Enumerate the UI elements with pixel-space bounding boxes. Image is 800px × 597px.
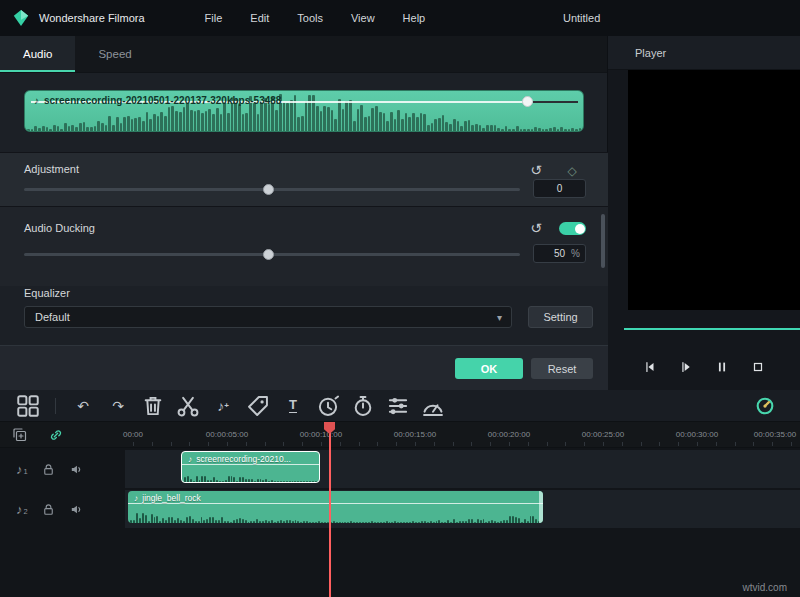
app-title: Wondershare Filmora: [39, 12, 145, 24]
ducking-toggle[interactable]: [559, 222, 586, 235]
ruler-label: 00:00:25:00: [582, 430, 624, 439]
render-preview-icon[interactable]: [752, 393, 778, 419]
adjustment-value-field[interactable]: 0: [533, 179, 586, 198]
ducking-value-field[interactable]: 50 %: [533, 244, 586, 263]
tag-icon[interactable]: [245, 393, 271, 419]
audio-track-icon: ♪2: [16, 502, 28, 517]
ruler-label: 00:00: [123, 430, 143, 439]
tab-audio[interactable]: Audio: [0, 36, 75, 72]
adjustment-section: Adjustment ↺ ◇ 0: [0, 152, 608, 206]
stop-button[interactable]: [751, 360, 765, 374]
delete-icon[interactable]: [140, 393, 166, 419]
video-preview: [628, 70, 800, 310]
ruler-label: 00:00:30:00: [676, 430, 718, 439]
ruler-label: 00:00:10:00: [300, 430, 342, 439]
audio-ducking-section: Audio Ducking ↺ 50 %: [0, 206, 608, 286]
track-header-2: ♪2: [0, 490, 125, 528]
toolbar-divider: [55, 398, 56, 414]
equalizer-setting-button[interactable]: Setting: [528, 306, 593, 328]
menu-file[interactable]: File: [205, 12, 223, 24]
audio-track-icon: ♪1: [16, 462, 28, 477]
adjustment-reset-icon[interactable]: ↺: [527, 161, 545, 179]
clock-arrow-icon[interactable]: [315, 393, 341, 419]
ruler-label: 00:00:15:00: [394, 430, 436, 439]
player-panel: Player: [608, 36, 800, 390]
clip-label-row: ♪ jingle_bell_rock: [134, 493, 201, 503]
reset-button[interactable]: Reset: [531, 358, 593, 379]
ducking-reset-icon[interactable]: ↺: [527, 219, 545, 237]
music-note-icon: ♪: [34, 95, 39, 106]
adjustment-value: 0: [557, 183, 563, 194]
player-controls: [608, 344, 800, 390]
audio-clip-title-row: ♪ screenrecording-20210501-220137-320kbp…: [34, 95, 281, 106]
play-button[interactable]: [679, 360, 693, 374]
menu-help[interactable]: Help: [403, 12, 426, 24]
ducking-slider-handle[interactable]: [263, 249, 274, 260]
ruler-ticks: [133, 442, 800, 446]
panel-scrollbar[interactable]: [601, 214, 605, 268]
audio-clip-preview: ♪ screenrecording-20210501-220137-320kbp…: [24, 90, 584, 132]
clip-waveform: [182, 469, 319, 483]
timeline-clip-jingle-bell-rock[interactable]: ♪ jingle_bell_rock: [128, 491, 543, 523]
equalizer-preset-dropdown[interactable]: Default ▾: [24, 306, 512, 328]
filmora-window: Wondershare Filmora File Edit Tools View…: [0, 0, 800, 597]
ducking-slider[interactable]: [24, 253, 520, 256]
timeline-ruler[interactable]: 00:00 00:00:05:00 00:00:10:00 00:00:15:0…: [0, 422, 800, 448]
timeline-toolbar: ↶ ↷ ♪+ T: [0, 390, 800, 422]
previous-frame-button[interactable]: [643, 360, 657, 374]
redo-icon[interactable]: ↷: [105, 393, 131, 419]
ruler-label: 00:00:05:00: [206, 430, 248, 439]
track-header-1: ♪1: [0, 450, 125, 488]
equalizer-setting-label: Setting: [543, 311, 577, 323]
undo-icon[interactable]: ↶: [70, 393, 96, 419]
link-icon[interactable]: [48, 427, 64, 443]
music-note-plus-icon[interactable]: ♪+: [210, 393, 236, 419]
volume-envelope-handle[interactable]: [522, 96, 533, 107]
equalizer-preset-value: Default: [35, 311, 70, 323]
speaker-icon[interactable]: [69, 462, 84, 477]
equalizer-section: Equalizer Default ▾ Setting: [0, 286, 608, 345]
panel-footer: OK Reset: [0, 345, 608, 390]
audio-meter-icon[interactable]: [420, 393, 446, 419]
adjustment-slider[interactable]: [24, 188, 520, 191]
volume-envelope-line-right: [533, 101, 578, 103]
ok-button[interactable]: OK: [455, 358, 523, 379]
clip-name: screenrecording-20210...: [196, 454, 291, 464]
menu-tools[interactable]: Tools: [297, 12, 323, 24]
filmora-logo-icon: [12, 9, 30, 27]
timeline-tracks-area: ♪1 ♪2 ♪ s: [0, 448, 800, 597]
pause-button[interactable]: [715, 360, 729, 374]
audio-edit-panel: Audio Speed ♪ screenrecording-20210501-2…: [0, 36, 608, 390]
adjust-sliders-icon[interactable]: [385, 393, 411, 419]
ducking-unit: %: [571, 248, 580, 259]
player-title: Player: [635, 47, 666, 59]
lock-icon[interactable]: [41, 462, 56, 477]
track-number: 1: [24, 467, 28, 476]
adjustment-slider-handle[interactable]: [263, 184, 274, 195]
timeline-clip-screenrecording[interactable]: ♪ screenrecording-20210...: [181, 451, 320, 483]
stopwatch-icon[interactable]: [350, 393, 376, 419]
split-scissors-icon[interactable]: [175, 393, 201, 419]
track-number: 2: [24, 507, 28, 516]
menu-bar: File Edit Tools View Help: [205, 12, 426, 24]
panel-tabbar: Audio Speed: [0, 36, 607, 73]
tab-speed[interactable]: Speed: [75, 36, 154, 72]
reset-button-label: Reset: [548, 363, 577, 375]
player-seekbar[interactable]: [624, 328, 800, 330]
player-header: Player: [608, 36, 800, 70]
audio-clip-title: screenrecording-20210501-220137-320kbps-…: [44, 95, 281, 106]
adjustment-keyframe-icon[interactable]: ◇: [563, 162, 581, 180]
lock-icon[interactable]: [41, 502, 56, 517]
ducking-value: 50: [554, 248, 565, 259]
media-grid-icon[interactable]: [15, 393, 41, 419]
speaker-icon[interactable]: [69, 502, 84, 517]
ducking-label: Audio Ducking: [24, 222, 95, 234]
text-tool-icon[interactable]: T: [280, 393, 306, 419]
clip-waveform: [128, 503, 543, 523]
top-menu-bar: Wondershare Filmora File Edit Tools View…: [0, 0, 800, 36]
clip-name: jingle_bell_rock: [142, 493, 201, 503]
menu-edit[interactable]: Edit: [250, 12, 269, 24]
add-media-track-icon[interactable]: [12, 427, 28, 443]
menu-view[interactable]: View: [351, 12, 375, 24]
ruler-label: 00:00:20:00: [488, 430, 530, 439]
